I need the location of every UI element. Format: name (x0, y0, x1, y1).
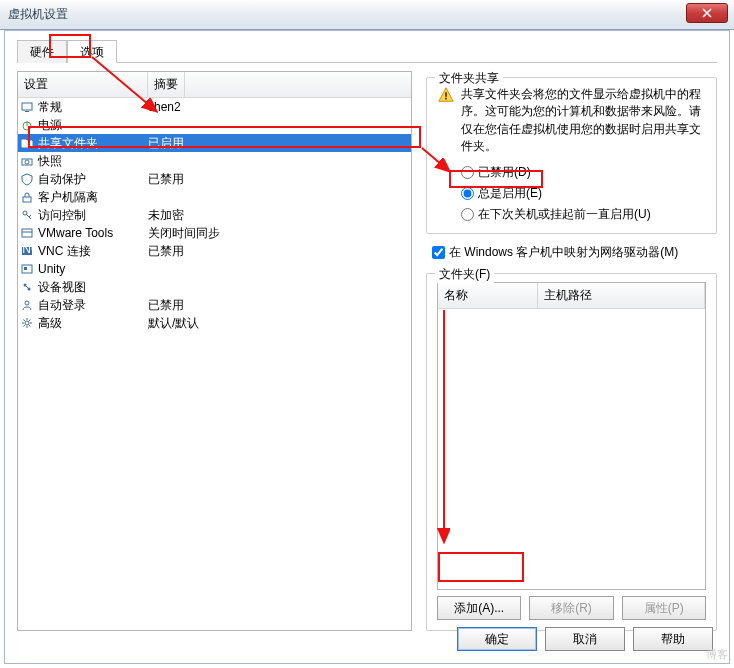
tab-bar: 硬件 选项 (17, 39, 717, 63)
svg-rect-21 (445, 92, 447, 97)
col-setting[interactable]: 设置 (18, 72, 148, 97)
box-icon (18, 226, 36, 240)
share-group: 文件夹共享 共享文件夹会将您的文件显示给虚拟机中的程序。这可能为您的计算机和数据… (426, 77, 717, 234)
setting-name: 客户机隔离 (36, 189, 148, 206)
setting-name: 快照 (36, 153, 148, 170)
setting-name: VMware Tools (36, 226, 148, 240)
folders-list[interactable]: 名称 主机路径 (437, 282, 706, 590)
col-host-path[interactable]: 主机路径 (538, 283, 705, 308)
devices-icon (18, 280, 36, 294)
dialog-body: 硬件 选项 设置 摘要 常规chen2电源共享文件夹已启用快照自动保护已禁用客户… (4, 30, 730, 664)
svg-line-9 (29, 215, 31, 217)
svg-point-5 (25, 160, 29, 164)
settings-list[interactable]: 设置 摘要 常规chen2电源共享文件夹已启用快照自动保护已禁用客户机隔离访问控… (17, 71, 412, 631)
svg-rect-6 (23, 197, 31, 202)
list-item[interactable]: 常规chen2 (18, 98, 411, 116)
svg-line-18 (25, 285, 29, 289)
tab-options[interactable]: 选项 (67, 40, 117, 63)
shield-icon (18, 172, 36, 186)
setting-name: 常规 (36, 99, 148, 116)
svg-text:VNC: VNC (20, 244, 34, 256)
setting-name: 设备视图 (36, 279, 148, 296)
monitor-icon (18, 100, 36, 114)
setting-name: VNC 连接 (36, 243, 148, 260)
folders-header: 名称 主机路径 (438, 283, 705, 309)
setting-name: 高级 (36, 315, 148, 332)
setting-summary: 已禁用 (148, 171, 411, 188)
watermark: 博客 (706, 647, 728, 662)
list-item[interactable]: VNCVNC 连接已禁用 (18, 242, 411, 260)
list-item[interactable]: VMware Tools关闭时间同步 (18, 224, 411, 242)
setting-summary: 默认/默认 (148, 315, 411, 332)
radio-disabled[interactable]: 已禁用(D) (461, 164, 706, 181)
share-radios: 已禁用(D) 总是启用(E) 在下次关机或挂起前一直启用(U) (461, 164, 706, 223)
list-item[interactable]: 快照 (18, 152, 411, 170)
setting-name: 自动保护 (36, 171, 148, 188)
list-item[interactable]: 设备视图 (18, 278, 411, 296)
folders-group: 文件夹(F) 名称 主机路径 添加(A)... 移除(R) 属性(P) (426, 273, 717, 631)
list-item[interactable]: 电源 (18, 116, 411, 134)
tab-hardware[interactable]: 硬件 (17, 40, 67, 63)
share-group-label: 文件夹共享 (435, 70, 503, 87)
window-title: 虚拟机设置 (8, 6, 68, 23)
camera-icon (18, 154, 36, 168)
power-icon (18, 118, 36, 132)
warning-icon (437, 86, 455, 156)
col-summary[interactable]: 摘要 (148, 72, 185, 97)
map-drive-checkbox[interactable]: 在 Windows 客户机中映射为网络驱动器(M) (432, 244, 717, 261)
list-header: 设置 摘要 (18, 72, 411, 98)
col-folder-name[interactable]: 名称 (438, 283, 538, 308)
svg-point-20 (25, 321, 29, 325)
close-icon (702, 8, 712, 18)
ok-button[interactable]: 确定 (457, 627, 537, 651)
setting-summary: 关闭时间同步 (148, 225, 411, 242)
lock-icon (18, 190, 36, 204)
help-button[interactable]: 帮助 (633, 627, 713, 651)
folders-group-label: 文件夹(F) (435, 266, 494, 283)
list-item[interactable]: 自动登录已禁用 (18, 296, 411, 314)
list-item[interactable]: 访问控制未加密 (18, 206, 411, 224)
close-button[interactable] (686, 3, 728, 23)
cancel-button[interactable]: 取消 (545, 627, 625, 651)
setting-name: 访问控制 (36, 207, 148, 224)
props-folder-button[interactable]: 属性(P) (622, 596, 706, 620)
add-folder-button[interactable]: 添加(A)... (437, 596, 521, 620)
dialog-buttons: 确定 取消 帮助 (457, 627, 713, 651)
setting-summary: 已启用 (148, 135, 411, 152)
setting-summary: 已禁用 (148, 297, 411, 314)
key-icon (18, 208, 36, 222)
svg-rect-15 (24, 267, 27, 270)
unity-icon (18, 262, 36, 276)
folder-icon (18, 136, 36, 150)
setting-name: 电源 (36, 117, 148, 134)
remove-folder-button[interactable]: 移除(R) (529, 596, 613, 620)
share-warning-text: 共享文件夹会将您的文件显示给虚拟机中的程序。这可能为您的计算机和数据带来风险。请… (461, 86, 706, 156)
setting-name: 自动登录 (36, 297, 148, 314)
list-item[interactable]: Unity (18, 260, 411, 278)
svg-rect-1 (25, 111, 29, 112)
setting-summary: chen2 (148, 100, 411, 114)
titlebar: 虚拟机设置 (0, 0, 734, 30)
svg-point-19 (25, 301, 29, 305)
setting-name: 共享文件夹 (36, 135, 148, 152)
setting-summary: 已禁用 (148, 243, 411, 260)
list-item[interactable]: 自动保护已禁用 (18, 170, 411, 188)
gear-icon (18, 316, 36, 330)
radio-until-next[interactable]: 在下次关机或挂起前一直启用(U) (461, 206, 706, 223)
vnc-icon: VNC (18, 244, 36, 258)
list-item[interactable]: 高级默认/默认 (18, 314, 411, 332)
svg-rect-22 (445, 98, 447, 100)
svg-rect-10 (22, 229, 32, 237)
setting-name: Unity (36, 262, 148, 276)
list-item[interactable]: 客户机隔离 (18, 188, 411, 206)
setting-summary: 未加密 (148, 207, 411, 224)
user-icon (18, 298, 36, 312)
svg-line-8 (26, 214, 31, 219)
svg-rect-0 (22, 103, 32, 110)
radio-always-enabled[interactable]: 总是启用(E) (461, 185, 706, 202)
list-item[interactable]: 共享文件夹已启用 (18, 134, 411, 152)
